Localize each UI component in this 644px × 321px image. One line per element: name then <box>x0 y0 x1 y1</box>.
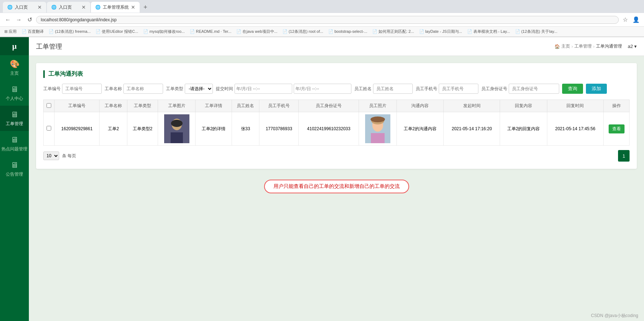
tab-2[interactable]: 🌐 入口页 ✕ <box>47 2 90 13</box>
sidebar-home-label: 主页 <box>10 70 19 76</box>
new-tab-button[interactable]: + <box>140 2 150 12</box>
header-user[interactable]: a2 ▾ <box>628 44 637 49</box>
bookmark-8[interactable]: 📄 bootstrap-select-... <box>327 28 369 35</box>
th-reply-time: 回复时间 <box>547 100 603 112</box>
workorder-name-label: 工单名称 <box>105 86 122 92</box>
row-staff-name: 张33 <box>232 112 259 146</box>
bookmark-5[interactable]: 📄 README.md · Ter... <box>188 28 233 35</box>
breadcrumb-workorder[interactable]: 工单管理 <box>574 43 592 49</box>
row-type: 工单类型2 <box>127 112 158 146</box>
home-icon: 🎨 <box>10 60 19 69</box>
workorder-name-input[interactable] <box>123 84 163 94</box>
tab-1[interactable]: 🌐 入口页 ✕ <box>3 2 46 13</box>
notice-box: 用户只能查看自己的工单的交流和新增自己的工单的交流 <box>264 180 409 193</box>
tab-3[interactable]: 🌐 工单管理系统 ✕ <box>91 2 140 13</box>
content-area: 工单沟通列表 工单编号 工单名称 工单类型 -请选择- <box>29 56 644 311</box>
sidebar-item-hotissue[interactable]: 🖥 热点问题管理 <box>0 131 29 156</box>
workorder-num-input[interactable] <box>62 84 102 94</box>
back-button[interactable]: ← <box>4 16 12 24</box>
bookmark-6[interactable]: 📄 在java web项目中... <box>235 28 279 35</box>
staff-name-group: 员工姓名 <box>354 84 413 94</box>
select-all-checkbox[interactable] <box>47 103 51 108</box>
bookmark-2[interactable]: 📄 (12条消息) freema... <box>47 28 92 35</box>
th-id: 工单编号 <box>54 100 100 112</box>
tab-2-close[interactable]: ✕ <box>82 4 86 10</box>
address-bar[interactable] <box>36 16 619 24</box>
breadcrumb-sep-1: › <box>571 44 573 49</box>
bookmark-star[interactable]: ☆ <box>621 16 630 24</box>
tab-3-label: 工单管理系统 <box>103 4 129 10</box>
bookmark-12[interactable]: 📄 (12条消息) 关于lay... <box>514 28 559 35</box>
row-checkbox <box>44 112 54 146</box>
bookmarks-row: ⊞ 应用 📄 百度翻译 📄 (12条消息) freema... 📄 使用UEdi… <box>0 27 644 37</box>
sidebar-item-announcement[interactable]: 🖥 公告管理 <box>0 156 29 181</box>
logo-text: μ <box>12 41 17 51</box>
workorder-type-group: 工单类型 -请选择- <box>166 84 213 94</box>
th-staff-name: 员工姓名 <box>232 100 259 112</box>
personal-icon: 🖥 <box>10 85 18 94</box>
submit-time-end[interactable] <box>294 84 351 94</box>
row-select-checkbox[interactable] <box>47 126 51 131</box>
svg-rect-6 <box>371 133 385 143</box>
th-checkbox <box>44 100 54 112</box>
view-button[interactable]: 查看 <box>609 124 625 133</box>
breadcrumb-home[interactable]: 主页 <box>561 43 570 49</box>
sidebar-item-personal[interactable]: 🖥 个人中心 <box>0 80 29 106</box>
bookmark-4[interactable]: 📄 mysql如何修改roo... <box>142 28 186 35</box>
staff-id-label: 员工身份证号 <box>481 86 507 92</box>
sidebar-item-workorder[interactable]: 🖥 工单管理 <box>0 106 29 131</box>
bottom-notice: 用户只能查看自己的工单的交流和新增自己的工单的交流 <box>36 169 637 204</box>
search-button[interactable]: 查询 <box>562 84 583 94</box>
tab-1-label: 入口页 <box>15 4 28 10</box>
breadcrumb-home-icon: 🏠 <box>555 44 560 49</box>
th-detail: 工单详情 <box>196 100 232 112</box>
staff-id-group: 员工身份证号 <box>481 84 559 94</box>
footer-credit: CSDN @java小杨coding <box>29 311 644 321</box>
row-name: 工单2 <box>100 112 127 146</box>
page-number[interactable]: 1 <box>618 150 630 162</box>
staff-photo-img <box>365 114 390 143</box>
sidebar-personal-label: 个人中心 <box>6 96 23 102</box>
sidebar-announcement-label: 公告管理 <box>6 171 23 177</box>
sidebar-item-home[interactable]: 🎨 主页 <box>0 55 29 80</box>
breadcrumb-current: 工单沟通管理 <box>596 43 622 49</box>
row-reply-time: 2021-05-14 17:45:56 <box>547 112 603 146</box>
tab-3-close[interactable]: ✕ <box>131 4 135 10</box>
row-staff-id: 410224199610232033 <box>298 112 359 146</box>
bookmark-10[interactable]: 📄 layDate - JS日期与... <box>418 28 464 35</box>
staff-phone-label: 员工手机号 <box>416 86 437 92</box>
staff-name-label: 员工姓名 <box>354 86 372 92</box>
workorder-type-label: 工单类型 <box>166 86 183 92</box>
bookmark-9[interactable]: 📄 如何用正则匹配: 2... <box>371 28 415 35</box>
bookmark-1[interactable]: 📄 百度翻译 <box>20 28 45 35</box>
add-button[interactable]: 添加 <box>586 84 607 94</box>
panel-title: 工单沟通列表 <box>43 70 630 78</box>
bookmark-3[interactable]: 📄 使用UEditor 报错C... <box>94 28 140 35</box>
bookmark-apps[interactable]: ⊞ 应用 <box>3 28 18 35</box>
svg-rect-2 <box>171 132 183 143</box>
staff-phone-input[interactable] <box>439 84 478 94</box>
bookmark-11[interactable]: 📄 表单模块文档 - Lay... <box>466 28 512 35</box>
submit-time-start[interactable] <box>235 84 292 94</box>
row-reply: 工单2的回复内容 <box>500 112 547 146</box>
th-reply: 回复内容 <box>500 100 547 112</box>
per-page-select[interactable]: 10 20 50 <box>43 151 59 160</box>
workorder-type-select[interactable]: -请选择- <box>185 84 213 94</box>
tabs-row: 🌐 入口页 ✕ 🌐 入口页 ✕ 🌐 工单管理系统 ✕ + <box>0 0 644 13</box>
bookmark-7[interactable]: 📄 (12条消息) root of... <box>281 28 325 35</box>
row-id: 1620982929861 <box>54 112 100 146</box>
row-action: 查看 <box>604 112 630 146</box>
user-profile-button[interactable]: 👤 <box>632 16 640 24</box>
sidebar-hotissue-label: 热点问题管理 <box>1 146 27 152</box>
staff-name-input[interactable] <box>373 84 413 94</box>
main-panel: 工单沟通列表 工单编号 工单名称 工单类型 -请选择- <box>36 63 637 169</box>
staff-id-input[interactable] <box>509 84 559 94</box>
app-layout: μ 🎨 主页 🖥 个人中心 🖥 工单管理 🖥 热点问题管理 🖥 公告管理 工单管… <box>0 37 644 321</box>
announcement-icon: 🖥 <box>10 160 18 170</box>
hotissue-icon: 🖥 <box>10 135 18 145</box>
th-type: 工单类型 <box>127 100 158 112</box>
forward-button[interactable]: → <box>14 16 23 24</box>
data-table: 工单编号 工单名称 工单类型 工单图片 工单详情 员工姓名 员工手机号 员工身份… <box>43 100 630 146</box>
refresh-button[interactable]: ↺ <box>25 16 34 24</box>
tab-1-close[interactable]: ✕ <box>38 4 42 10</box>
